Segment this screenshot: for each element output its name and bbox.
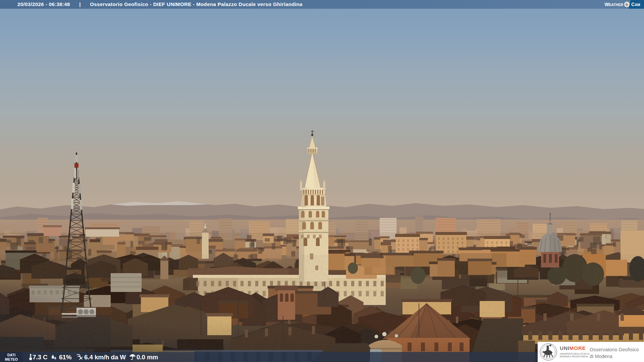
svg-text:di Modena: di Modena bbox=[590, 354, 613, 359]
svg-text:CAM: CAM bbox=[631, 2, 640, 7]
svg-text:Osservatorio Geofisico: Osservatorio Geofisico bbox=[590, 347, 639, 352]
svg-text:UNIVERSITÀ DEGLI STUDI DI: UNIVERSITÀ DEGLI STUDI DI bbox=[560, 352, 590, 355]
svg-text:WEATHER: WEATHER bbox=[604, 2, 623, 7]
svg-text:UNIMORE: UNIMORE bbox=[560, 345, 586, 351]
svg-text:MODENA E REGGIO EMILIA: MODENA E REGGIO EMILIA bbox=[560, 355, 588, 358]
